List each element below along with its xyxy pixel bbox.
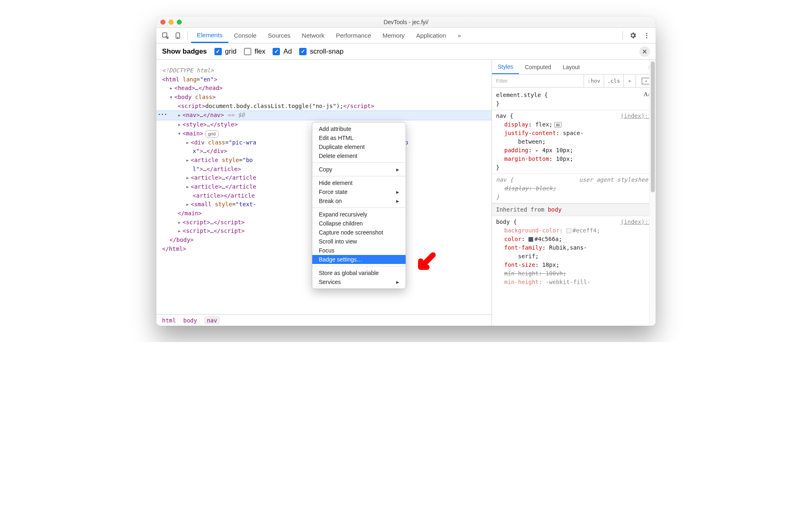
scrollbar-thumb[interactable] [651, 61, 655, 192]
badge-checkbox-scroll-snap[interactable]: ✓ scroll-snap [299, 47, 343, 56]
new-style-rule-icon[interactable]: ＋ [623, 74, 636, 87]
tab-sources[interactable]: Sources [262, 28, 296, 43]
breadcrumb-item[interactable]: body [183, 317, 197, 324]
ctx-services[interactable]: Services [312, 277, 406, 286]
ctx-scroll-into-view[interactable]: Scroll into view [312, 237, 406, 246]
badge-checkbox-flex[interactable]: flex [244, 47, 265, 56]
css-prop[interactable]: font-size: 18px; [496, 261, 652, 269]
css-prop[interactable]: margin-bottom: 10px; [496, 155, 652, 163]
context-menu: Add attribute Edit as HTML Duplicate ele… [312, 122, 406, 289]
ctx-hide-element[interactable]: Hide element [312, 178, 406, 187]
ctx-edit-as-html[interactable]: Edit as HTML [312, 133, 406, 142]
filter-input[interactable]: Filter [492, 78, 584, 84]
tab-application[interactable]: Application [411, 28, 452, 43]
rule-body[interactable]: body { (index):1 background-color: #ecef… [492, 216, 656, 288]
tab-performance[interactable]: Performance [330, 28, 377, 43]
flex-editor-icon[interactable] [554, 122, 562, 128]
grid-badge[interactable]: grid [205, 130, 219, 138]
breadcrumb: html body nav [156, 314, 492, 326]
rule-close: } [496, 99, 652, 108]
rule-nav-ua[interactable]: nav { user agent stylesheet display: blo… [492, 174, 656, 203]
breadcrumb-item-current[interactable]: nav [204, 316, 219, 325]
styles-subtabs: Styles Computed Layout » [492, 60, 656, 74]
rule-source-label: user agent stylesheet [579, 176, 652, 184]
ctx-expand-recursively[interactable]: Expand recursively [312, 210, 406, 219]
checkbox-icon: ✓ [273, 48, 280, 55]
css-prop[interactable]: font-family: Rubik,sans- serif; [496, 243, 652, 261]
color-swatch-icon[interactable] [528, 237, 533, 242]
badge-checkbox-label: scroll-snap [310, 47, 343, 56]
device-toggle-icon[interactable] [173, 30, 184, 41]
subtab-computed[interactable]: Computed [519, 60, 557, 74]
svg-point-2 [178, 37, 178, 38]
rule-nav[interactable]: nav { (index):1 display: flex; justify-c… [492, 110, 656, 174]
dom-body-open[interactable]: ▾<body class> [158, 93, 490, 102]
ctx-duplicate-element[interactable]: Duplicate element [312, 142, 406, 151]
elements-panel: <!DOCTYPE html> <html lang="en"> ▸<head>… [156, 60, 492, 326]
kebab-menu-icon[interactable] [641, 30, 652, 41]
scrollbar[interactable] [649, 60, 656, 326]
ctx-copy[interactable]: Copy [312, 165, 406, 174]
badge-checkbox-label: grid [225, 47, 237, 56]
rule-selector: nav { [496, 112, 513, 120]
rule-selector: body { [496, 218, 517, 226]
ctx-break-on[interactable]: Break on [312, 196, 406, 205]
dom-html-open[interactable]: <html lang="en"> [158, 75, 490, 84]
hov-toggle[interactable]: :hov [584, 74, 603, 87]
cls-toggle[interactable]: .cls [604, 74, 623, 87]
styles-panel: Styles Computed Layout » Filter :hov .cl… [492, 60, 656, 326]
badge-checkbox-grid[interactable]: ✓ grid [214, 47, 237, 56]
css-prop[interactable]: display: block; [496, 184, 652, 193]
inherited-from-bar: Inherited from body [492, 203, 656, 216]
css-prop[interactable]: min-height: 100vh; [496, 269, 652, 278]
style-rules[interactable]: element.style { } AA nav { (index):1 dis… [492, 88, 656, 326]
styles-filter-bar: Filter :hov .cls ＋ ◂ [492, 74, 656, 88]
subtab-layout[interactable]: Layout [557, 60, 586, 74]
ctx-separator [312, 266, 406, 266]
window-title: DevTools - jec.fyi/ [156, 19, 656, 25]
tab-memory[interactable]: Memory [377, 28, 411, 43]
inspect-element-icon[interactable] [160, 30, 171, 41]
tab-elements[interactable]: Elements [191, 28, 228, 43]
css-prop[interactable]: min-height: -webkit-fill- [496, 278, 652, 286]
ctx-delete-element[interactable]: Delete element [312, 151, 406, 160]
inherit-selector[interactable]: body [548, 206, 562, 213]
css-prop[interactable]: padding: ▸ 4px 10px; [496, 146, 652, 155]
tab-overflow-icon[interactable]: » [452, 28, 467, 43]
ctx-capture-node-screenshot[interactable]: Capture node screenshot [312, 228, 406, 237]
badge-checkbox-label: flex [255, 47, 265, 56]
ctx-separator [312, 176, 406, 176]
panel-tabs: Elements Console Sources Network Perform… [191, 28, 467, 43]
color-swatch-icon[interactable] [566, 228, 571, 233]
badge-bar-label: Show badges [162, 47, 207, 56]
close-badge-bar-icon[interactable] [639, 46, 650, 57]
toolbar-separator [623, 31, 623, 40]
dom-script-toggle[interactable]: <script>document.body.classList.toggle("… [158, 102, 490, 111]
ctx-add-attribute[interactable]: Add attribute [312, 124, 406, 133]
tab-network[interactable]: Network [296, 28, 330, 43]
toolbar-separator [187, 31, 188, 40]
rule-element-style[interactable]: element.style { } AA [492, 89, 656, 110]
rule-source-link[interactable]: (index):1 [620, 112, 652, 120]
css-prop[interactable]: color: #4c566a; [496, 235, 652, 243]
rule-source-link[interactable]: (index):1 [620, 218, 652, 226]
subtab-styles[interactable]: Styles [492, 60, 519, 74]
dom-doctype: <!DOCTYPE html> [158, 66, 490, 75]
dom-head[interactable]: ▸<head>…</head> [158, 84, 490, 93]
titlebar: DevTools - jec.fyi/ [156, 16, 656, 28]
ctx-focus[interactable]: Focus [312, 246, 406, 255]
css-prop[interactable]: display: flex; [496, 120, 652, 129]
tab-console[interactable]: Console [228, 28, 262, 43]
ctx-separator [312, 207, 406, 208]
dom-nav-selected[interactable]: ▸<nav>…</nav> == $0 [156, 110, 492, 120]
ctx-collapse-children[interactable]: Collapse children [312, 219, 406, 228]
ctx-badge-settings[interactable]: Badge settings… [312, 255, 406, 264]
badge-checkbox-ad[interactable]: ✓ Ad [273, 47, 292, 56]
css-prop[interactable]: justify-content: space- between; [496, 129, 652, 146]
settings-gear-icon[interactable] [627, 30, 638, 41]
ctx-force-state[interactable]: Force state [312, 187, 406, 196]
css-prop[interactable]: background-color: #eceff4; [496, 226, 652, 235]
ctx-store-as-global[interactable]: Store as global variable [312, 268, 406, 277]
checkbox-icon: ✓ [214, 48, 222, 55]
breadcrumb-item[interactable]: html [162, 317, 176, 324]
